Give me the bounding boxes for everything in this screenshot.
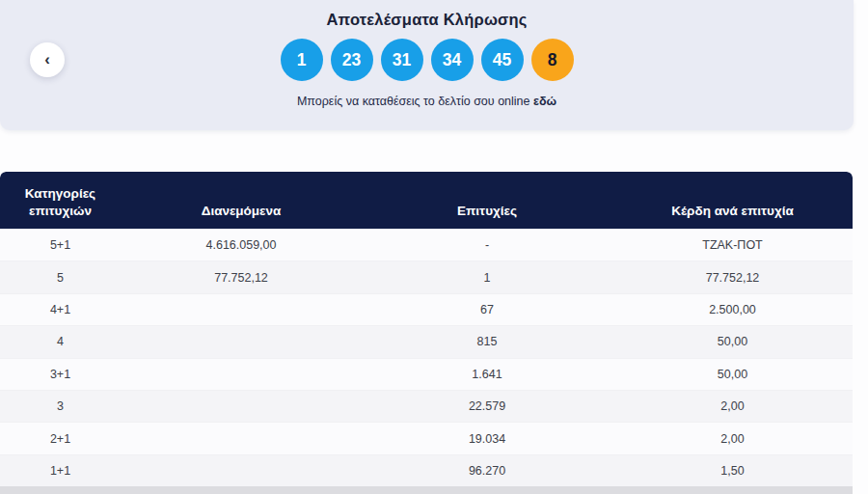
- table-row: 3 22.579 2,00: [0, 390, 853, 422]
- cell-winners: 67: [362, 303, 612, 316]
- cell-distributed: 77.752,12: [121, 271, 362, 285]
- back-button[interactable]: ‹: [30, 42, 65, 77]
- next-section-edge: [0, 486, 853, 494]
- cell-winners: 1: [362, 271, 612, 285]
- results-table: Κατηγορίες επιτυχιών Διανεμόμενα Επιτυχί…: [0, 172, 853, 494]
- online-ticket-text: Μπορείς να καταθέσεις το δελτίο σου onli…: [297, 95, 556, 108]
- panel-content: Αποτελέσματα Κλήρωσης 1 23 31 34 45 8 Μπ…: [0, 0, 854, 130]
- page-title: Αποτελέσματα Κλήρωσης: [326, 11, 527, 29]
- cell-winners: 96.270: [362, 464, 612, 478]
- cell-payout: 2,00: [612, 432, 853, 446]
- draw-results-panel: ‹ Αποτελέσματα Κλήρωσης 1 23 31 34 45 8 …: [0, 0, 854, 130]
- cell-category: 4+1: [0, 303, 121, 316]
- winning-numbers: 1 23 31 34 45 8: [281, 39, 574, 81]
- header-winners: Επιτυχίες: [362, 203, 612, 220]
- cell-winners: 815: [362, 335, 612, 348]
- cell-payout: 1,50: [612, 464, 853, 478]
- table-row: 1+1 96.270 1,50: [0, 454, 853, 486]
- cell-payout: 2,00: [612, 399, 853, 413]
- cell-category: 4: [0, 335, 121, 348]
- chevron-left-icon: ‹: [44, 51, 50, 68]
- cell-payout: 2.500,00: [612, 303, 853, 316]
- cell-category: 3: [0, 399, 121, 413]
- cell-payout: 50,00: [612, 368, 853, 381]
- winning-number-ball: 1: [281, 39, 323, 81]
- winning-number-ball: 34: [431, 39, 474, 81]
- cell-category: 5: [0, 271, 121, 285]
- table-body: 5+1 4.616.059,00 - ΤΖΑΚ-ΠΟΤ 5 77.752,12 …: [0, 229, 853, 486]
- winning-number-ball: 31: [381, 39, 423, 81]
- cell-category: 5+1: [0, 238, 121, 252]
- table-row: 3+1 1.641 50,00: [0, 358, 853, 390]
- cell-category: 1+1: [0, 464, 121, 478]
- cell-winners: -: [362, 238, 612, 252]
- table-row: 4+1 67 2.500,00: [0, 293, 853, 325]
- table-row: 5 77.752,12 1 77.752,12: [0, 261, 853, 292]
- cell-winners: 22.579: [362, 399, 612, 413]
- winning-number-ball: 23: [331, 39, 373, 81]
- table-header-row: Κατηγορίες επιτυχιών Διανεμόμενα Επιτυχί…: [0, 172, 853, 229]
- bonus-number-ball: 8: [531, 39, 574, 81]
- table-row: 4 815 50,00: [0, 325, 853, 357]
- header-payout: Κέρδη ανά επιτυχία: [612, 203, 853, 220]
- cell-category: 2+1: [0, 432, 121, 446]
- cell-distributed: 4.616.059,00: [121, 238, 362, 252]
- winning-number-ball: 45: [481, 39, 524, 81]
- here-link[interactable]: εδώ: [533, 95, 556, 108]
- cell-winners: 1.641: [362, 368, 612, 381]
- cell-payout: 77.752,12: [612, 271, 853, 285]
- cell-payout: 50,00: [612, 335, 853, 348]
- cell-winners: 19.034: [362, 432, 612, 446]
- table-row: 5+1 4.616.059,00 - ΤΖΑΚ-ΠΟΤ: [0, 229, 853, 261]
- cell-payout: ΤΖΑΚ-ΠΟΤ: [612, 238, 853, 252]
- header-distributed: Διανεμόμενα: [121, 203, 362, 220]
- header-categories: Κατηγορίες επιτυχιών: [0, 185, 121, 220]
- cell-category: 3+1: [0, 368, 121, 381]
- table-row: 2+1 19.034 2,00: [0, 422, 853, 453]
- online-ticket-text-prefix: Μπορείς να καταθέσεις το δελτίο σου onli…: [297, 95, 530, 108]
